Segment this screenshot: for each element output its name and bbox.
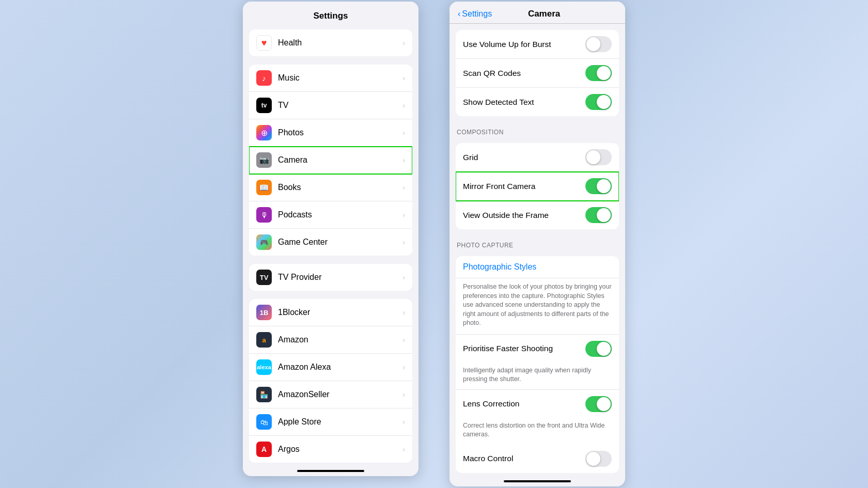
- podcasts-chevron: ›: [402, 211, 405, 219]
- composition-section-header: COMPOSITION: [450, 120, 625, 139]
- camera-chevron: ›: [402, 156, 405, 164]
- music-chevron: ›: [402, 74, 405, 82]
- toggle-thumb: [586, 37, 600, 51]
- argos-label: Argos: [278, 445, 400, 454]
- lens-correction-toggle[interactable]: [585, 396, 612, 412]
- volume-burst-label: Use Volume Up for Burst: [463, 40, 585, 49]
- show-text-toggle[interactable]: [585, 94, 612, 110]
- applestore-icon: 🛍: [256, 414, 272, 430]
- heart-symbol: ♥: [261, 38, 267, 49]
- settings-row-tvprovider[interactable]: TV TV Provider ›: [249, 264, 412, 291]
- camera-page-title: Camera: [492, 9, 596, 19]
- books-chevron: ›: [402, 183, 405, 192]
- prioritise-faster-toggle[interactable]: [585, 341, 612, 357]
- tv-icon: tv: [256, 98, 272, 113]
- settings-row-camera[interactable]: 📷 Camera ›: [249, 147, 412, 174]
- settings-group-health: ♥ Health ›: [249, 29, 412, 56]
- music-label: Music: [278, 73, 400, 83]
- camera-row-volume-burst[interactable]: Use Volume Up for Burst: [456, 30, 619, 59]
- settings-title: Settings: [243, 2, 419, 25]
- settings-row-gamecenter[interactable]: 🎮 Game Center ›: [249, 229, 412, 256]
- tvprovider-icon: TV: [256, 270, 272, 285]
- settings-row-music[interactable]: ♪ Music ›: [249, 65, 412, 92]
- prioritise-faster-label: Prioritise Faster Shooting: [463, 344, 585, 353]
- photographic-styles-desc: Personalise the look of your photos by b…: [456, 278, 619, 335]
- settings-row-health[interactable]: ♥ Health ›: [249, 29, 412, 56]
- mirror-front-toggle[interactable]: [585, 178, 612, 194]
- settings-row-1blocker[interactable]: 1B 1Blocker ›: [249, 299, 412, 326]
- home-indicator-right: [504, 480, 571, 482]
- settings-group-apps: 1B 1Blocker › a Amazon › alexa Amazon Al…: [249, 299, 412, 463]
- composition-section-header-wrapper: COMPOSITION: [450, 120, 625, 139]
- scan-qr-toggle[interactable]: [585, 65, 612, 81]
- camera-row-macro-control[interactable]: Macro Control: [456, 445, 619, 473]
- toggle-thumb: [586, 150, 600, 164]
- settings-row-alexa[interactable]: alexa Amazon Alexa ›: [249, 354, 412, 381]
- argos-chevron: ›: [402, 445, 405, 453]
- gamecenter-label: Game Center: [278, 238, 400, 247]
- lens-correction-desc: Correct lens distortion on the front and…: [456, 418, 619, 445]
- amazonseller-chevron: ›: [402, 390, 405, 399]
- alexa-icon: alexa: [256, 359, 272, 375]
- camera-row-show-text[interactable]: Show Detected Text: [456, 88, 619, 116]
- amazonseller-icon: 🏪: [256, 387, 272, 402]
- tv-label: TV: [278, 101, 400, 110]
- grid-toggle[interactable]: [585, 149, 612, 165]
- settings-row-tv[interactable]: tv TV ›: [249, 92, 412, 119]
- camera-row-prioritise-faster[interactable]: Prioritise Faster Shooting: [456, 335, 619, 363]
- camera-photo-capture-group: Photographic Styles Personalise the look…: [456, 256, 619, 473]
- camera-row-lens-correction[interactable]: Lens Correction: [456, 390, 619, 418]
- music-icon: ♪: [256, 70, 272, 86]
- camera-composition-group: Grid Mirror Front Camera View Outside th…: [456, 143, 619, 229]
- amazon-label: Amazon: [278, 335, 400, 344]
- tvprovider-label: TV Provider: [278, 273, 400, 282]
- amazon-icon: a: [256, 332, 272, 348]
- gamecenter-icon: 🎮: [256, 234, 272, 250]
- camera-header: ‹ Settings Camera: [450, 2, 625, 24]
- settings-row-books[interactable]: 📖 Books ›: [249, 174, 412, 201]
- settings-row-photos[interactable]: ⊕ Photos ›: [249, 119, 412, 147]
- books-label: Books: [278, 183, 400, 192]
- health-chevron: ›: [402, 39, 405, 47]
- 1blocker-icon: 1B: [256, 305, 272, 320]
- view-outside-toggle[interactable]: [585, 207, 612, 223]
- health-label: Health: [278, 38, 400, 48]
- macro-control-toggle[interactable]: [585, 451, 612, 467]
- settings-row-applestore[interactable]: 🛍 Apple Store ›: [249, 408, 412, 436]
- settings-row-amazon[interactable]: a Amazon ›: [249, 326, 412, 354]
- toggle-thumb: [597, 342, 611, 356]
- volume-burst-toggle[interactable]: [585, 36, 612, 52]
- camera-row-view-outside[interactable]: View Outside the Frame: [456, 201, 619, 229]
- amazonseller-label: AmazonSeller: [278, 390, 400, 399]
- books-icon: 📖: [256, 180, 272, 195]
- prioritise-faster-desc: Intelligently adapt image quality when r…: [456, 363, 619, 390]
- podcasts-icon: 🎙: [256, 207, 272, 223]
- podcasts-label: Podcasts: [278, 210, 400, 219]
- photographic-styles-link[interactable]: Photographic Styles: [456, 256, 619, 278]
- back-button[interactable]: ‹ Settings: [458, 9, 492, 19]
- photos-label: Photos: [278, 128, 400, 137]
- camera-row-mirror-front[interactable]: Mirror Front Camera: [456, 172, 619, 201]
- toggle-thumb: [597, 179, 611, 193]
- toggle-thumb: [586, 452, 600, 466]
- alexa-label: Amazon Alexa: [278, 363, 400, 372]
- home-indicator-left: [297, 470, 364, 472]
- lens-correction-label: Lens Correction: [463, 399, 585, 408]
- camera-label: Camera: [278, 155, 400, 165]
- amazon-chevron: ›: [402, 336, 405, 344]
- photo-capture-section-header: PHOTO CAPTURE: [450, 233, 625, 252]
- settings-row-argos[interactable]: A Argos ›: [249, 436, 412, 463]
- camera-row-grid[interactable]: Grid: [456, 143, 619, 172]
- settings-row-amazonseller[interactable]: 🏪 AmazonSeller ›: [249, 381, 412, 408]
- back-chevron-icon: ‹: [458, 9, 460, 19]
- 1blocker-chevron: ›: [402, 308, 405, 317]
- settings-row-podcasts[interactable]: 🎙 Podcasts ›: [249, 201, 412, 229]
- tv-chevron: ›: [402, 101, 405, 109]
- toggle-thumb: [597, 208, 611, 222]
- camera-row-scan-qr[interactable]: Scan QR Codes: [456, 59, 619, 88]
- show-text-label: Show Detected Text: [463, 98, 585, 107]
- applestore-label: Apple Store: [278, 417, 400, 427]
- health-icon: ♥: [256, 35, 272, 51]
- alexa-chevron: ›: [402, 363, 405, 371]
- toggle-thumb: [597, 66, 611, 80]
